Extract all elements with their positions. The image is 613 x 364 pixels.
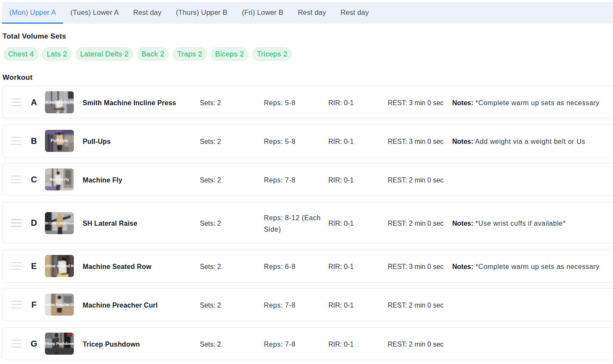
svg-text:SH Cable Lateral Raise: SH Cable Lateral Raise	[45, 221, 74, 225]
svg-text:Machine Fly: Machine Fly	[50, 177, 69, 182]
svg-text:Machine Seated Row: Machine Seated Row	[45, 263, 74, 268]
svg-text:Smith Machine Incline Press: Smith Machine Incline Press	[45, 100, 74, 104]
svg-text:Machine Preacher Curl: Machine Preacher Curl	[45, 302, 74, 307]
svg-text:Tricep Pushdown: Tricep Pushdown	[45, 342, 74, 346]
svg-text:Pull-Ups: Pull-Ups	[51, 138, 68, 143]
